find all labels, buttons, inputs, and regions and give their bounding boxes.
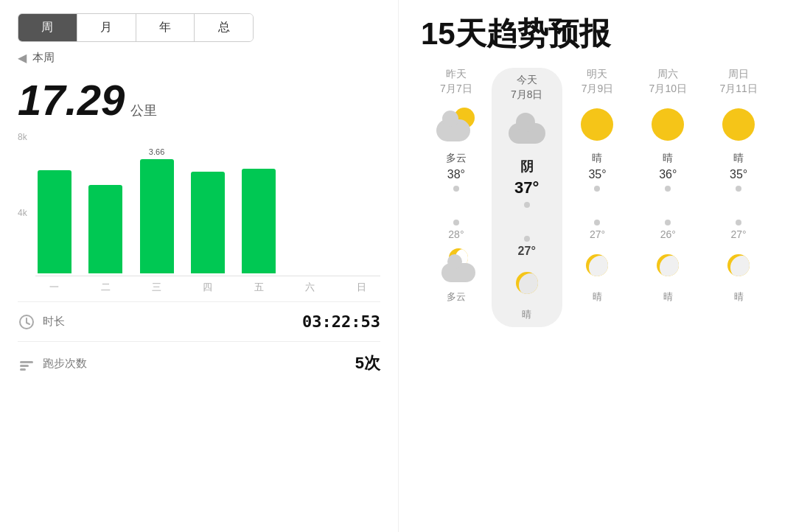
weather-desc: 阴 — [520, 158, 534, 175]
svg-line-2 — [27, 323, 29, 324]
bar — [38, 170, 71, 273]
night-icon-wrap — [580, 252, 614, 286]
bar-day-label: 六 — [305, 281, 315, 294]
bar-day-label: 日 — [357, 281, 366, 294]
day-name: 周六 — [657, 68, 678, 81]
high-temp: 37° — [514, 178, 539, 197]
sun-icon — [648, 105, 688, 144]
night-desc: 晴 — [522, 308, 531, 321]
low-temp-dot — [736, 220, 741, 225]
bar — [88, 185, 122, 273]
bar-col-三: 3.66三 — [138, 147, 175, 294]
sun-icon — [577, 105, 617, 144]
week-nav: ◀ 本周 — [18, 51, 380, 65]
high-temp: 36° — [659, 168, 677, 181]
forecast-col-0: 昨天7月7日多云38°28°多云 — [421, 68, 492, 327]
day-date: 7月8日 — [511, 88, 543, 102]
high-temp-dot — [453, 186, 459, 192]
y-label-4k: 4k — [18, 208, 27, 218]
distance-unit: 公里 — [130, 102, 157, 119]
night-desc: 晴 — [734, 290, 744, 304]
low-temp: 27° — [590, 228, 605, 240]
weather-desc: 晴 — [663, 152, 673, 165]
night-desc: 晴 — [593, 290, 602, 304]
tab-week[interactable]: 周 — [18, 14, 77, 41]
bar-col-五: 五 — [240, 155, 278, 294]
prev-week-arrow[interactable]: ◀ — [18, 51, 27, 65]
stat-duration-left: 时长 — [18, 313, 65, 331]
forecast-col-3: 周六7月10日晴36°26°晴 — [632, 68, 703, 327]
night-desc: 晴 — [663, 290, 673, 304]
svg-rect-4 — [20, 365, 29, 367]
chart-area: 8k 4k 一二3.66三四五六日 — [18, 132, 380, 294]
bar-day-label: 二 — [101, 281, 111, 294]
bar — [242, 169, 276, 273]
day-name: 周日 — [728, 68, 749, 81]
tab-total[interactable]: 总 — [195, 14, 253, 41]
bar — [191, 172, 225, 273]
stat-runs: 跑步次数 5次 — [18, 341, 380, 385]
bar-day-label: 五 — [254, 281, 264, 294]
distance-row: 17.29 公里 — [18, 75, 380, 125]
day-name: 今天 — [517, 74, 537, 87]
bar-col-六: 六 — [291, 260, 329, 294]
y-label-8k: 8k — [18, 132, 27, 142]
moon-icon — [582, 251, 612, 280]
day-date: 7月11日 — [719, 83, 757, 96]
night-icon-wrap — [722, 252, 755, 286]
day-date: 7月7日 — [440, 83, 472, 96]
high-temp: 35° — [588, 168, 606, 181]
duration-value: 03:22:53 — [302, 312, 380, 331]
night-desc: 多云 — [447, 290, 466, 304]
low-temp: 27° — [731, 228, 747, 240]
night-section: 晴 — [580, 252, 614, 304]
forecast-col-1: 今天7月8日阴37°27°晴 — [492, 68, 562, 327]
cloud-sunny-icon — [436, 105, 476, 144]
night-section: 多云 — [439, 252, 473, 304]
moon-icon — [512, 268, 542, 298]
night-section: 晴 — [510, 270, 544, 321]
low-temp-dot — [453, 220, 459, 225]
runs-value: 5次 — [355, 352, 380, 374]
night-icon-wrap — [651, 252, 685, 286]
stat-duration: 时长 03:22:53 — [18, 301, 380, 341]
high-temp-dot — [665, 186, 671, 192]
bar-col-四: 四 — [189, 158, 226, 294]
forecast-col-4: 周日7月11日晴35°27°晴 — [703, 68, 774, 327]
day-name: 昨天 — [446, 68, 467, 81]
tab-month[interactable]: 月 — [77, 14, 136, 41]
low-temp-dot — [594, 220, 600, 225]
high-temp-dot — [736, 186, 741, 192]
bar-day-label: 三 — [152, 281, 161, 294]
night-section: 晴 — [651, 252, 685, 304]
high-temp: 35° — [730, 168, 747, 181]
left-panel: 周 月 年 总 ◀ 本周 17.29 公里 8k 4k 一二3.66三四五六日 — [0, 0, 398, 532]
stat-runs-left: 跑步次数 — [18, 354, 87, 372]
weather-desc: 晴 — [733, 152, 744, 165]
weather-desc: 晴 — [592, 152, 602, 165]
day-date: 7月10日 — [649, 83, 687, 96]
cloud-overcast-icon — [507, 111, 547, 150]
sun-icon — [719, 105, 758, 144]
bar-day-label: 四 — [203, 281, 212, 294]
moon-icon — [653, 251, 682, 280]
week-label: 本周 — [32, 51, 55, 65]
bar-value-label: 3.66 — [149, 147, 164, 156]
high-temp-dot — [524, 202, 530, 208]
bar-col-日: 日 — [343, 260, 380, 294]
svg-rect-5 — [20, 368, 26, 371]
low-temp: 28° — [448, 228, 464, 240]
low-temp: 26° — [660, 228, 676, 240]
duration-label: 时长 — [43, 315, 65, 329]
distance-value: 17.29 — [18, 75, 125, 125]
night-icon-wrap — [510, 270, 544, 304]
night-section: 晴 — [722, 252, 755, 304]
low-temp: 27° — [518, 245, 536, 258]
chart-baseline — [35, 276, 380, 277]
forecast-title: 15天趋势预报 — [421, 13, 774, 55]
tab-year[interactable]: 年 — [136, 14, 195, 41]
bar-col-一: 一 — [35, 157, 73, 294]
runs-label: 跑步次数 — [43, 357, 87, 371]
high-temp-dot — [594, 186, 600, 192]
bar-day-label: 一 — [49, 281, 59, 294]
